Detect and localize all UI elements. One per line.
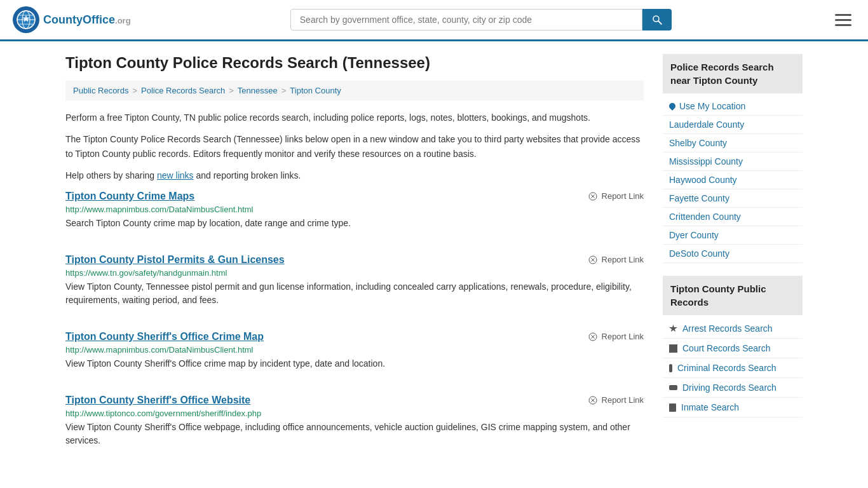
result-title[interactable]: Tipton County Pistol Permits & Gun Licen… [65, 254, 285, 266]
driving-icon [669, 385, 677, 390]
result-item: Tipton County Pistol Permits & Gun Licen… [65, 254, 644, 313]
list-item: Lauderdale County [663, 116, 803, 134]
result-url: http://www.mapnimbus.com/DataNimbusClien… [65, 345, 644, 355]
report-icon [588, 332, 598, 342]
arrest-records-link[interactable]: Arrest Records Search [682, 323, 773, 334]
breadcrumb-sep-1: > [132, 86, 137, 95]
intro-description: Perform a free Tipton County, TN public … [65, 111, 644, 125]
report-icon [588, 191, 598, 201]
share-text: Help others by sharing [65, 170, 154, 180]
result-desc: Search Tipton County crime map by locati… [65, 217, 644, 230]
report-icon [588, 255, 598, 265]
content-area: Tipton County Police Records Search (Ten… [65, 54, 644, 471]
main-layout: Tipton County Police Records Search (Ten… [53, 41, 815, 484]
result-item: Tipton County Sheriff's Office Crime Map… [65, 331, 644, 377]
new-links-link[interactable]: new links [157, 170, 194, 180]
inmate-search-link[interactable]: Inmate Search [681, 402, 739, 412]
logo-icon [13, 6, 39, 33]
result-header: Tipton County Sheriff's Office Crime Map… [65, 331, 644, 342]
nearby-link[interactable]: Dyer County [669, 230, 719, 240]
list-item: Fayette County [663, 189, 803, 208]
search-button[interactable] [642, 9, 672, 30]
list-item: Driving Records Search [663, 378, 803, 398]
result-url: http://www.tiptonco.com/government/sheri… [65, 409, 644, 418]
page-title: Tipton County Police Records Search (Ten… [65, 54, 644, 72]
share-description: Help others by sharing new links and rep… [65, 168, 644, 182]
location-icon [668, 102, 677, 111]
court-icon [669, 344, 677, 353]
logo-office: Office [83, 13, 115, 26]
nearby-link[interactable]: Lauderdale County [669, 119, 744, 130]
menu-line-1 [835, 14, 851, 16]
court-records-link[interactable]: Court Records Search [682, 343, 771, 353]
detail-description: The Tipton County Police Records Search … [65, 132, 644, 161]
criminal-records-link[interactable]: Criminal Records Search [677, 363, 776, 373]
nearby-link[interactable]: Mississippi County [669, 156, 743, 166]
nearby-list: Use My Location Lauderdale County Shelby… [663, 97, 803, 263]
nearby-section-title: Police Records Search near Tipton County [663, 54, 803, 93]
svg-line-9 [658, 21, 661, 24]
result-item: Tipton County Crime Maps Report Link htt… [65, 191, 644, 236]
breadcrumb-police-records[interactable]: Police Records Search [141, 86, 225, 95]
nearby-link[interactable]: Fayette County [669, 193, 729, 203]
criminal-icon [669, 364, 672, 372]
report-link-button[interactable]: Report Link [588, 332, 644, 342]
driving-records-link[interactable]: Driving Records Search [682, 383, 776, 393]
public-records-list: Arrest Records Search Court Records Sear… [663, 319, 803, 417]
result-url: http://www.mapnimbus.com/DataNimbusClien… [65, 205, 644, 214]
menu-line-2 [835, 19, 851, 21]
result-url: https://www.tn.gov/safety/handgunmain.ht… [65, 268, 644, 278]
nearby-link[interactable]: Shelby County [669, 138, 727, 148]
result-desc: View Tipton County Sheriff's Office crim… [65, 357, 644, 370]
report-link-button[interactable]: Report Link [588, 191, 644, 201]
menu-line-3 [835, 24, 851, 26]
sidebar: Police Records Search near Tipton County… [663, 54, 803, 471]
report-link-button[interactable]: Report Link [588, 395, 644, 405]
arrest-icon [669, 325, 677, 333]
search-input[interactable] [290, 9, 642, 30]
nearby-link[interactable]: Haywood County [669, 175, 737, 185]
use-my-location-link[interactable]: Use My Location [679, 101, 745, 111]
results-list: Tipton County Crime Maps Report Link htt… [65, 191, 644, 454]
header: CountyOffice.org [0, 0, 868, 41]
list-item: Criminal Records Search [663, 358, 803, 378]
result-header: Tipton County Sheriff's Office Website R… [65, 395, 644, 406]
logo-county: County [43, 13, 83, 26]
use-my-location-item: Use My Location [663, 97, 803, 116]
breadcrumb-sep-3: > [281, 86, 287, 95]
report-icon [588, 395, 598, 405]
nearby-link[interactable]: Crittenden County [669, 212, 741, 222]
logo-domain: .org [115, 16, 131, 25]
breadcrumb-public-records[interactable]: Public Records [73, 86, 128, 95]
list-item: Crittenden County [663, 208, 803, 226]
result-desc: View Tipton County, Tennessee pistol per… [65, 280, 644, 307]
search-area [290, 9, 672, 30]
list-item: DeSoto County [663, 245, 803, 263]
list-item: Dyer County [663, 226, 803, 245]
list-item: Mississippi County [663, 152, 803, 171]
breadcrumb-sep-2: > [229, 86, 234, 95]
logo-text: CountyOffice.org [43, 13, 131, 27]
list-item: Haywood County [663, 171, 803, 189]
nearby-link[interactable]: DeSoto County [669, 248, 729, 259]
result-item: Tipton County Sheriff's Office Website R… [65, 395, 644, 454]
menu-button[interactable] [831, 10, 855, 30]
result-header: Tipton County Crime Maps Report Link [65, 191, 644, 202]
breadcrumb: Public Records > Police Records Search >… [65, 81, 644, 100]
result-title[interactable]: Tipton County Crime Maps [65, 191, 194, 202]
list-item: Court Records Search [663, 339, 803, 358]
share-end-text: and reporting broken links. [196, 170, 301, 180]
list-item: Inmate Search [663, 398, 803, 417]
breadcrumb-tennessee[interactable]: Tennessee [238, 86, 278, 95]
breadcrumb-tipton-county[interactable]: Tipton County [290, 86, 341, 95]
public-records-section-title: Tipton County Public Records [663, 276, 803, 315]
result-title[interactable]: Tipton County Sheriff's Office Website [65, 395, 250, 406]
result-title[interactable]: Tipton County Sheriff's Office Crime Map [65, 331, 264, 342]
inmate-icon [669, 403, 676, 412]
list-item: Arrest Records Search [663, 319, 803, 339]
report-link-button[interactable]: Report Link [588, 255, 644, 265]
result-header: Tipton County Pistol Permits & Gun Licen… [65, 254, 644, 266]
logo-area: CountyOffice.org [13, 6, 131, 33]
search-icon [651, 14, 663, 25]
result-desc: View Tipton County Sheriff's Office webp… [65, 421, 644, 447]
